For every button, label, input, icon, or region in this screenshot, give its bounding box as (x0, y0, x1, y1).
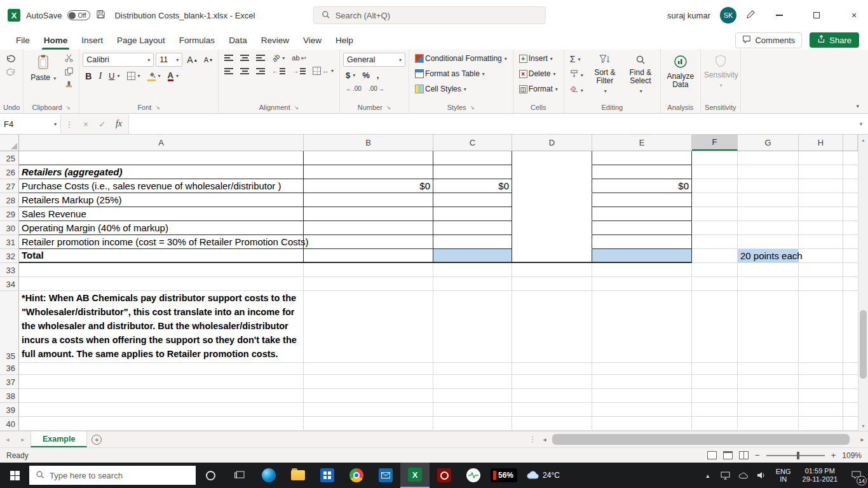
column-header-G[interactable]: G (738, 135, 799, 151)
percent-style-icon[interactable]: % (360, 69, 372, 81)
waveform-app-icon[interactable] (459, 463, 488, 488)
underline-button[interactable]: U▾ (106, 70, 122, 82)
styles-dialog-launcher-icon[interactable]: ↘ (470, 104, 475, 111)
align-left-icon[interactable] (222, 66, 236, 76)
taskbar-search[interactable]: Type here to search (29, 466, 196, 485)
cell-B27[interactable]: $0 (304, 179, 433, 193)
font-color-button[interactable]: A▾ (165, 70, 181, 83)
row-header-40[interactable]: 40 (0, 417, 19, 431)
cell-A38[interactable] (19, 389, 304, 403)
cell-C33[interactable] (433, 263, 512, 277)
cell-H32[interactable] (799, 249, 843, 263)
blue-tiles-app-icon[interactable] (313, 463, 342, 488)
comments-button[interactable]: Comments (735, 32, 802, 48)
cell-A35[interactable]: *Hint: When AB Chemicals pay distributor… (19, 291, 304, 363)
start-button[interactable] (0, 463, 29, 488)
row-header-26[interactable]: 26 (0, 165, 19, 179)
cell-A26[interactable]: Retailers (aggregated) (19, 165, 304, 179)
cell-B35[interactable] (304, 291, 433, 363)
cell-E30[interactable] (592, 221, 692, 235)
tray-volume-icon[interactable] (753, 463, 770, 488)
cell-F33[interactable] (692, 263, 738, 277)
cell-D26[interactable] (512, 165, 592, 179)
row-header-28[interactable]: 28 (0, 193, 19, 207)
cell-D32[interactable] (512, 249, 592, 263)
zoom-level[interactable]: 109% (842, 451, 862, 460)
font-size-select[interactable]: 11▾ (156, 53, 182, 67)
name-box-splitter-icon[interactable]: ⋮ (61, 114, 78, 134)
cell-G25[interactable] (738, 151, 799, 165)
cell-A27[interactable]: Purchase Costs (i.e., sales revenue of w… (19, 179, 304, 193)
row-header-27[interactable]: 27 (0, 179, 19, 193)
zoom-out-icon[interactable]: − (755, 451, 760, 460)
row-header-25[interactable]: 25 (0, 151, 19, 165)
italic-button[interactable]: I (96, 70, 104, 83)
row-header-36[interactable]: 36 (0, 361, 19, 375)
tray-onedrive-icon[interactable] (735, 463, 752, 488)
cell-B37[interactable] (304, 375, 433, 389)
cell-D28[interactable] (512, 193, 592, 207)
autosave-toggle[interactable]: Off (67, 10, 90, 20)
cell-H40[interactable] (799, 417, 843, 431)
bold-button[interactable]: B (83, 70, 94, 83)
cell-G38[interactable] (738, 389, 799, 403)
cell-A31[interactable]: Retailer promotion income (cost = 30% of… (19, 235, 304, 249)
column-header-F[interactable]: F (692, 135, 738, 151)
cell-H25[interactable] (799, 151, 843, 165)
cell-H35[interactable] (799, 291, 843, 363)
orientation-icon[interactable]: ab▾ (269, 53, 287, 63)
cell-F39[interactable] (692, 403, 738, 417)
cell-E32[interactable] (592, 249, 692, 263)
decrease-decimal-icon[interactable]: .00→ (366, 84, 387, 93)
user-name[interactable]: suraj kumar (667, 11, 710, 20)
action-center-icon[interactable]: 14 (844, 463, 868, 488)
decrease-font-icon[interactable]: A▾ (201, 55, 215, 65)
cell-H26[interactable] (799, 165, 843, 179)
tab-page-layout[interactable]: Page Layout (110, 30, 172, 50)
comma-style-icon[interactable]: , (374, 69, 382, 81)
row-header-32[interactable]: 32 (0, 249, 19, 263)
merge-center-icon[interactable]: ↔▾ (310, 65, 336, 76)
cell-C25[interactable] (433, 151, 512, 165)
cell-D36[interactable] (512, 361, 592, 375)
cancel-entry-icon[interactable]: × (78, 114, 94, 134)
number-dialog-launcher-icon[interactable]: ↘ (386, 104, 391, 111)
tab-help[interactable]: Help (329, 30, 360, 50)
cell-E27[interactable]: $0 (592, 179, 692, 193)
row-header-35[interactable]: 35 (0, 291, 19, 363)
cell-B33[interactable] (304, 263, 433, 277)
sheet-tab-example[interactable]: Example (31, 431, 87, 447)
cell-C34[interactable] (433, 277, 512, 291)
redo-button[interactable] (3, 66, 20, 77)
cell-B39[interactable] (304, 403, 433, 417)
cell-C26[interactable] (433, 165, 512, 179)
language-indicator[interactable]: ENG IN (771, 468, 796, 483)
cell-H37[interactable] (799, 375, 843, 389)
cell-F30[interactable] (692, 221, 738, 235)
cell-H30[interactable] (799, 221, 843, 235)
horizontal-scrollbar[interactable] (550, 434, 857, 445)
cell-B25[interactable] (304, 151, 433, 165)
file-explorer-icon[interactable] (283, 463, 313, 488)
scroll-left-icon[interactable]: ◂ (539, 431, 550, 447)
paste-button[interactable]: Paste ▾ (27, 53, 60, 101)
middle-align-icon[interactable] (238, 53, 252, 63)
cell-D33[interactable] (512, 263, 592, 277)
vertical-scrollbar[interactable]: ▴ ▾ (858, 135, 868, 431)
cell-A37[interactable] (19, 375, 304, 389)
cell-F25[interactable] (692, 151, 738, 165)
format-as-table-button[interactable]: Format as Table▾ (412, 68, 510, 79)
cell-F40[interactable] (692, 417, 738, 431)
delete-cells-button[interactable]: ×Delete▾ (517, 68, 560, 79)
autosum-button[interactable]: Σ▾ (567, 53, 586, 65)
cell-H36[interactable] (799, 361, 843, 375)
conditional-formatting-button[interactable]: Conditional Formatting▾ (412, 53, 510, 64)
cell-H31[interactable] (799, 235, 843, 249)
tab-data[interactable]: Data (222, 30, 254, 50)
insert-cells-button[interactable]: +Insert▾ (517, 53, 560, 64)
wrap-text-icon[interactable]: ab↩ (289, 53, 309, 63)
increase-indent-icon[interactable]: → (290, 66, 308, 76)
cell-H34[interactable] (799, 277, 843, 291)
cell-D30[interactable] (512, 221, 592, 235)
top-align-icon[interactable] (222, 53, 236, 63)
